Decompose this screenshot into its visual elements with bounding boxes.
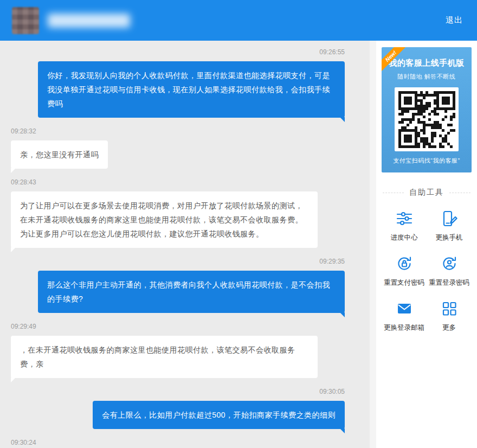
message-timestamp: 09:29:49	[11, 323, 345, 330]
change-phone-icon	[440, 209, 459, 230]
chat-scroll-area[interactable]: 09:26:55 你好，我发现别人向我的个人收款码付款，里面付款渠道也能选择花呗…	[0, 41, 370, 448]
change-email-icon	[395, 299, 414, 320]
message: 09:29:35 那么这个非用户主动开通的，其他消费者向我个人收款码用花呗付款，…	[11, 258, 345, 313]
chat-bubble: 为了让用户可以在更多场景去使用花呗消费，对用户开放了花呗付款场景的测试，在未开通…	[11, 191, 318, 248]
tool-reset-login-password[interactable]: 重置登录密码	[427, 251, 472, 291]
message-timestamp: 09:28:32	[11, 127, 345, 135]
reset-login-password-icon	[440, 254, 459, 275]
tool-change-login-email[interactable]: 更换登录邮箱	[382, 296, 427, 336]
tools-grid: 进度中心 更换手机 重置支付密码 重置登录密码	[382, 206, 472, 336]
sidebar: New! 我的客服上线手机版 随时随地 解答不断线 支付宝扫码找“我的客服” 自…	[376, 41, 477, 448]
body-row: 09:26:55 你好，我发现别人向我的个人收款码付款，里面付款渠道也能选择花呗…	[0, 41, 477, 448]
tool-progress-center[interactable]: 进度中心	[382, 206, 427, 246]
tools-header: 自助工具	[383, 188, 470, 197]
message: 09:30:05 会有上限么，比如用户付款超过500，开始扣商家手续费之类的细则	[11, 388, 345, 429]
promo-card: New! 我的客服上线手机版 随时随地 解答不断线 支付宝扫码找“我的客服”	[382, 47, 472, 172]
chat-bubble: 那么这个非用户主动开通的，其他消费者向我个人收款码用花呗付款，是不会扣我的手续费…	[38, 271, 345, 313]
tool-more[interactable]: 更多	[427, 296, 472, 336]
message-timestamp: 09:26:55	[11, 48, 345, 56]
message-timestamp: 09:28:43	[11, 178, 345, 186]
message-timestamp: 09:30:24	[11, 439, 345, 446]
divider-right	[449, 193, 470, 193]
page-title-blurred	[48, 14, 130, 28]
tool-change-phone[interactable]: 更换手机	[427, 206, 472, 246]
message: 09:28:32 亲，您这里没有开通吗	[11, 127, 345, 169]
chat-bubble: ，在未开通花呗收钱服务的商家这里也能使用花呗付款，该笔交易不会收取服务费，亲	[11, 336, 318, 378]
tools-title: 自助工具	[409, 188, 444, 197]
message: 09:26:55 你好，我发现别人向我的个人收款码付款，里面付款渠道也能选择花呗…	[11, 48, 345, 118]
reset-pay-password-icon	[395, 254, 414, 275]
promo-title: 我的客服上线手机版	[386, 58, 467, 68]
qr-code	[395, 87, 459, 151]
tool-reset-pay-password[interactable]: 重置支付密码	[382, 251, 427, 291]
message: 09:28:43 为了让用户可以在更多场景去使用花呗消费，对用户开放了花呗付款场…	[11, 178, 345, 248]
divider-left	[383, 193, 404, 193]
message: 09:29:49 ，在未开通花呗收钱服务的商家这里也能使用花呗付款，该笔交易不会…	[11, 323, 345, 378]
avatar	[12, 7, 39, 34]
chat-bubble: 你好，我发现别人向我的个人收款码付款，里面付款渠道也能选择花呗支付，可是我没单独…	[38, 61, 345, 118]
chat-bubble: 亲，您这里没有开通吗	[11, 140, 108, 169]
promo-caption: 支付宝扫码找“我的客服”	[386, 157, 467, 165]
promo-subtitle: 随时随地 解答不断线	[386, 73, 467, 81]
app-window: 退出 09:26:55 你好，我发现别人向我的个人收款码付款，里面付款渠道也能选…	[0, 0, 477, 448]
header: 退出	[0, 0, 477, 41]
message-timestamp: 09:29:35	[11, 258, 345, 265]
message: 09:30:24 亲，目前没有哦	[11, 439, 345, 448]
message-list: 09:26:55 你好，我发现别人向我的个人收款码付款，里面付款渠道也能选择花呗…	[11, 48, 345, 448]
more-icon	[440, 299, 459, 320]
progress-center-icon	[395, 209, 414, 230]
logout-button[interactable]: 退出	[446, 15, 463, 25]
message-timestamp: 09:30:05	[11, 388, 345, 395]
chat-bubble: 会有上限么，比如用户付款超过500，开始扣商家手续费之类的细则	[93, 401, 345, 429]
